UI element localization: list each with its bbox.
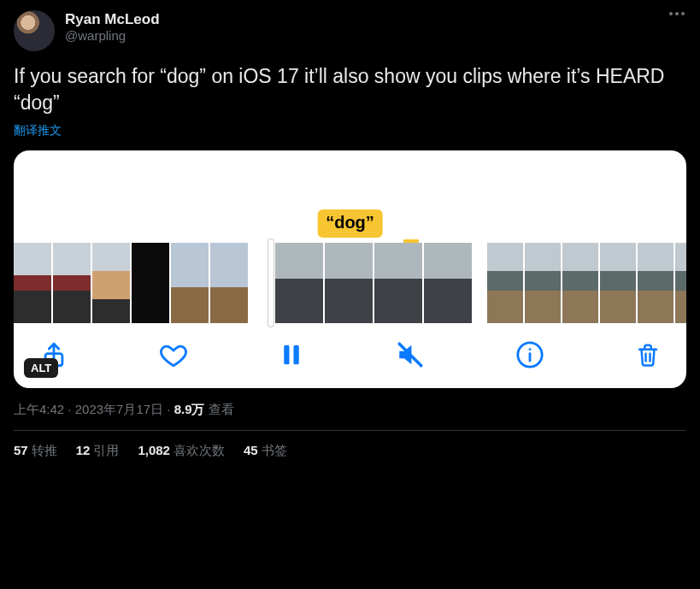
svg-point-6 xyxy=(528,348,531,350)
caption-pill: “dog” xyxy=(317,209,383,238)
svg-rect-1 xyxy=(285,345,290,365)
clip-frame xyxy=(171,243,209,323)
mute-icon[interactable] xyxy=(396,340,425,369)
clip-frame xyxy=(53,243,91,323)
author-block: Ryan McLeod @warpling xyxy=(65,10,160,44)
trash-icon[interactable] xyxy=(635,340,661,369)
divider xyxy=(14,430,686,431)
alt-badge[interactable]: ALT xyxy=(24,358,58,378)
pause-icon[interactable] xyxy=(279,340,304,369)
clip-group[interactable] xyxy=(14,243,248,323)
tweet-date[interactable]: 2023年7月17日 xyxy=(75,402,163,416)
bookmarks-stat[interactable]: 45书签 xyxy=(244,443,287,459)
clip-frame xyxy=(275,243,323,323)
media-toolbar xyxy=(14,323,686,388)
translate-link[interactable]: 翻译推文 xyxy=(14,123,686,138)
clip-frame xyxy=(374,243,422,323)
views-label: 查看 xyxy=(205,402,234,416)
author-name[interactable]: Ryan McLeod xyxy=(65,10,160,28)
clip-group[interactable] xyxy=(487,243,686,323)
more-icon[interactable] xyxy=(669,12,685,15)
tweet-time[interactable]: 上午4:42 xyxy=(14,402,64,416)
author-handle[interactable]: @warpling xyxy=(65,28,160,44)
playhead[interactable] xyxy=(268,239,274,327)
clip-frame xyxy=(525,243,561,323)
media-card[interactable]: “dog” xyxy=(14,150,686,388)
quotes-stat[interactable]: 12引用 xyxy=(76,443,120,459)
svg-rect-2 xyxy=(294,345,299,365)
tweet-stats: 57转推 12引用 1,082喜欢次数 45书签 xyxy=(14,443,686,459)
retweets-stat[interactable]: 57转推 xyxy=(14,443,57,459)
clip-frame xyxy=(132,243,169,323)
clip-frame xyxy=(638,243,674,323)
heart-icon[interactable] xyxy=(159,340,188,369)
views-count[interactable]: 8.9万 xyxy=(174,402,205,416)
clip-frame xyxy=(487,243,523,323)
clip-frame xyxy=(210,243,248,323)
clip-group-active[interactable] xyxy=(263,243,472,323)
likes-stat[interactable]: 1,082喜欢次数 xyxy=(138,443,225,459)
tweet: Ryan McLeod @warpling If you search for … xyxy=(0,0,700,469)
tweet-header: Ryan McLeod @warpling xyxy=(14,10,686,51)
avatar[interactable] xyxy=(14,10,55,51)
tweet-text: If you search for “dog” on iOS 17 it’ll … xyxy=(14,63,686,116)
media-caption-area: “dog” xyxy=(14,150,686,243)
info-icon[interactable] xyxy=(515,340,544,369)
clip-frame xyxy=(325,243,373,323)
clip-frame xyxy=(424,243,472,323)
tweet-meta: 上午4:42 · 2023年7月17日 · 8.9万 查看 xyxy=(14,402,686,418)
clip-frame xyxy=(562,243,598,323)
clip-frame xyxy=(600,243,636,323)
video-timeline[interactable] xyxy=(14,243,686,323)
clip-frame xyxy=(14,243,51,323)
clip-frame xyxy=(92,243,130,323)
clip-frame xyxy=(675,243,686,323)
